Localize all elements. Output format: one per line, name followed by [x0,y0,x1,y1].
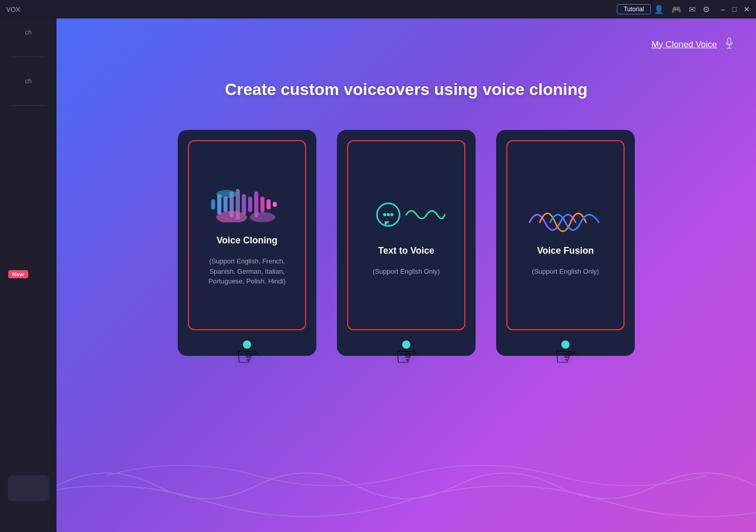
voice-cloning-icon [206,184,288,225]
svg-point-19 [390,213,393,216]
voice-cloning-card-inner: Voice Cloning (Support English, French, … [188,140,306,330]
titlebar: VOX Tutorial 👤 🎮 ✉ ⚙ – □ ✕ [0,0,756,18]
tutorial-button[interactable]: Tutorial [617,4,651,14]
sidebar: ch ch New [0,18,56,532]
settings-icon[interactable]: ⚙ [703,5,710,14]
minimize-button[interactable]: – [721,5,725,13]
svg-rect-2 [211,199,215,210]
close-button[interactable]: ✕ [744,5,750,13]
svg-rect-11 [267,199,271,210]
text-to-voice-icon [365,194,447,235]
svg-point-18 [387,213,390,216]
titlebar-icons: 👤 🎮 ✉ ⚙ [654,5,710,14]
svg-rect-12 [273,202,277,207]
cursor-dot-2 [402,340,410,349]
svg-rect-4 [223,197,228,212]
svg-rect-7 [242,194,246,215]
cursor-dot-3 [561,340,570,349]
text-to-voice-card[interactable]: Text to Voice (Support English Only) ☞ [337,130,476,356]
sidebar-label-mid: ch [25,78,32,85]
sidebar-item-bottom[interactable] [8,476,49,501]
new-badge: New [8,270,28,278]
main-content: My Cloned Voice Create custom voiceovers… [56,18,756,532]
window-controls: – □ ✕ [721,5,750,13]
sidebar-divider-1 [11,56,45,57]
voice-fusion-card[interactable]: Voice Fusion (Support English Only) ☞ [496,130,635,356]
my-cloned-voice-link[interactable]: My Cloned Voice [651,40,717,50]
gamepad-icon[interactable]: 🎮 [671,5,682,14]
voice-fusion-title: Voice Fusion [537,245,594,256]
app-name-area: VOX [6,6,20,13]
svg-point-14 [250,212,275,222]
wave-decoration [56,440,756,532]
svg-rect-10 [260,197,264,212]
cards-container: Voice Cloning (Support English, French, … [178,130,635,356]
top-right-area: My Cloned Voice [651,37,735,52]
microphone-icon[interactable] [723,37,735,52]
text-to-voice-title: Text to Voice [378,245,434,256]
text-to-voice-card-inner: Text to Voice (Support English Only) [347,140,465,330]
sidebar-label-top: ch [25,29,32,36]
svg-rect-8 [248,197,252,212]
profile-icon[interactable]: 👤 [654,5,664,14]
svg-point-17 [383,213,386,216]
mail-icon[interactable]: ✉ [689,5,695,14]
voice-cloning-title: Voice Cloning [217,235,278,246]
titlebar-center: Tutorial 👤 🎮 ✉ ⚙ – □ ✕ [617,4,750,14]
svg-marker-20 [385,221,390,225]
sidebar-divider-2 [11,105,45,106]
voice-fusion-subtitle: (Support English Only) [524,267,608,277]
voice-cloning-subtitle: (Support English, French, Spanish, Germa… [189,256,305,287]
voice-fusion-icon [524,194,607,235]
cursor-dot-1 [243,340,251,349]
voice-cloning-card[interactable]: Voice Cloning (Support English, French, … [178,130,316,356]
maximize-button[interactable]: □ [732,5,736,13]
app-body: ch ch New My Cloned Voice Create custom … [0,18,756,532]
page-title: Create custom voiceovers using voice clo… [225,80,588,99]
voice-fusion-card-inner: Voice Fusion (Support English Only) [506,140,625,330]
svg-point-15 [216,190,237,198]
app-name: VOX [6,6,20,13]
text-to-voice-subtitle: (Support English Only) [365,267,448,277]
